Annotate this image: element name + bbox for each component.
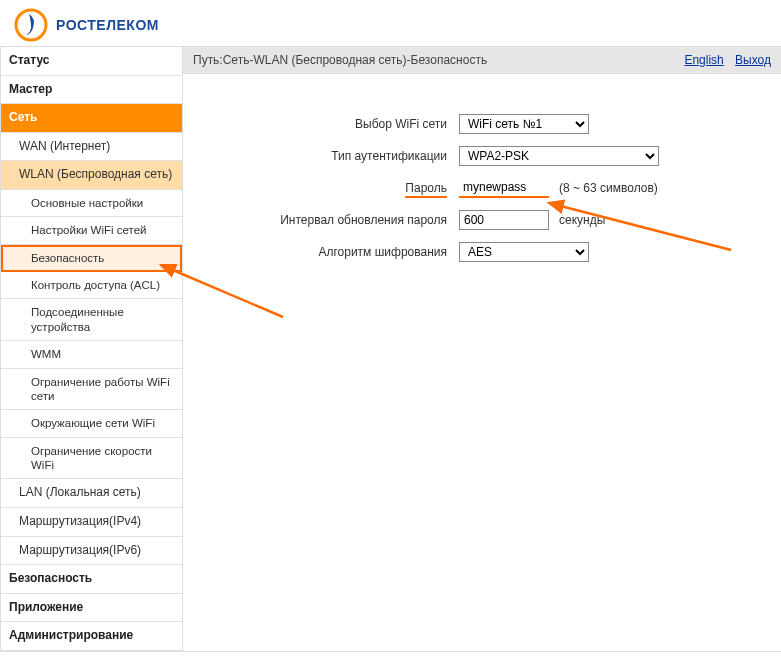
nav-app[interactable]: Приложение — [1, 594, 182, 623]
lbl-password: Пароль — [193, 181, 453, 195]
svg-point-0 — [16, 10, 46, 40]
nav-network[interactable]: Сеть — [1, 104, 182, 133]
rostelecom-logo-icon — [14, 8, 48, 42]
nav-wlan-wmm[interactable]: WMM — [1, 341, 182, 368]
nav-wlan-limit-work[interactable]: Ограничение работы WiFi сети — [1, 369, 182, 411]
unit-interval: секунды — [555, 213, 605, 227]
select-auth-type[interactable]: WPA2-PSK — [459, 146, 659, 166]
form-area: Выбор WiFi сети WiFi сеть №1 Тип аутенти… — [183, 114, 781, 262]
breadcrumb-bar: Путь:Сеть-WLAN (Беспроводная сеть)-Безоп… — [183, 47, 781, 74]
nav-route4[interactable]: Маршрутизация(IPv4) — [1, 508, 182, 537]
nav-master[interactable]: Мастер — [1, 76, 182, 105]
nav-status[interactable]: Статус — [1, 47, 182, 76]
lbl-interval: Интервал обновления пароля — [193, 213, 453, 227]
main-panel: Путь:Сеть-WLAN (Беспроводная сеть)-Безоп… — [183, 47, 781, 651]
select-encryption[interactable]: AES — [459, 242, 589, 262]
lbl-auth: Тип аутентификации — [193, 149, 453, 163]
nav-wlan-basic[interactable]: Основные настройки — [1, 190, 182, 217]
nav-wlan-acl[interactable]: Контроль доступа (ACL) — [1, 272, 182, 299]
brand-name: РОСТЕЛЕКОМ — [56, 17, 159, 33]
nav-wlan-connected[interactable]: Подсоединенные устройства — [1, 299, 182, 341]
link-english[interactable]: English — [684, 53, 723, 67]
hint-password: (8 ~ 63 символов) — [555, 181, 658, 195]
nav-wan[interactable]: WAN (Интернет) — [1, 133, 182, 162]
nav-admin[interactable]: Администрирование — [1, 622, 182, 651]
header: РОСТЕЛЕКОМ — [0, 0, 781, 46]
nav-lan[interactable]: LAN (Локальная сеть) — [1, 479, 182, 508]
input-interval[interactable] — [459, 210, 549, 230]
footer: Подтвердить Отменить — [0, 651, 781, 657]
nav-wlan-surround[interactable]: Окружающие сети WiFi — [1, 410, 182, 437]
nav-wlan-limit-speed[interactable]: Ограничение скорости WiFi — [1, 438, 182, 480]
nav-wlan[interactable]: WLAN (Беспроводная сеть) — [1, 161, 182, 190]
nav-wlan-wifi-settings[interactable]: Настройки WiFi сетей — [1, 217, 182, 244]
input-password[interactable] — [459, 178, 549, 195]
nav-wlan-security[interactable]: Безопасность — [1, 245, 182, 272]
lbl-encryption: Алгоритм шифрования — [193, 245, 453, 259]
breadcrumb: Путь:Сеть-WLAN (Беспроводная сеть)-Безоп… — [193, 53, 487, 67]
nav-route6[interactable]: Маршрутизация(IPv6) — [1, 537, 182, 566]
lbl-wifi-select: Выбор WiFi сети — [193, 117, 453, 131]
select-wifi-network[interactable]: WiFi сеть №1 — [459, 114, 589, 134]
sidebar: Статус Мастер Сеть WAN (Интернет) WLAN (… — [0, 47, 183, 651]
link-exit[interactable]: Выход — [735, 53, 771, 67]
nav-security[interactable]: Безопасность — [1, 565, 182, 594]
